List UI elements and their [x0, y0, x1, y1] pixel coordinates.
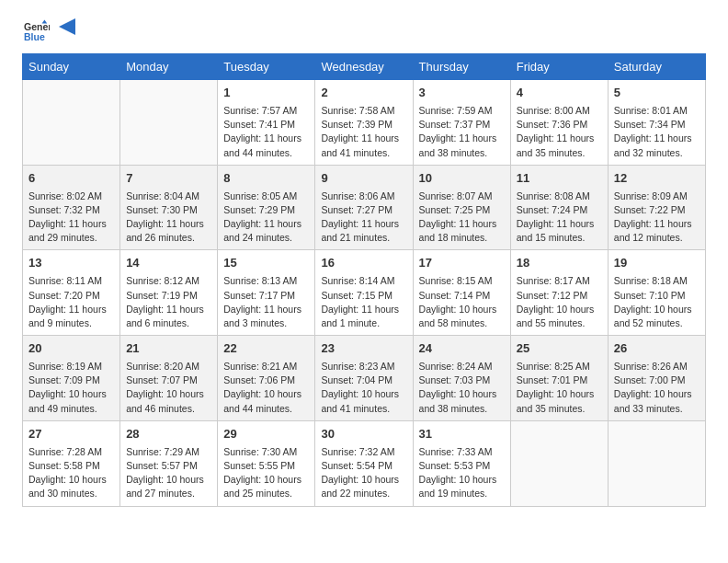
day-info: Sunrise: 7:32 AMSunset: 5:54 PMDaylight:… — [321, 445, 406, 501]
day-number: 3 — [419, 85, 505, 102]
calendar-day-cell: 11Sunrise: 8:08 AMSunset: 7:24 PMDayligh… — [510, 165, 608, 250]
calendar-day-cell — [23, 80, 120, 166]
logo-icon: General Blue — [24, 18, 50, 44]
page-header: General Blue — [22, 18, 706, 44]
logo-arrow-icon — [59, 18, 75, 35]
day-number: 20 — [28, 340, 114, 358]
day-info: Sunrise: 8:12 AMSunset: 7:19 PMDaylight:… — [126, 274, 211, 330]
day-number: 1 — [223, 85, 309, 102]
calendar-day-cell — [608, 420, 705, 506]
calendar-table: SundayMondayTuesdayWednesdayThursdayFrid… — [22, 53, 706, 507]
day-number: 7 — [126, 170, 211, 188]
calendar-day-cell: 24Sunrise: 8:24 AMSunset: 7:03 PMDayligh… — [413, 336, 510, 421]
calendar-header-row: SundayMondayTuesdayWednesdayThursdayFrid… — [23, 54, 706, 80]
calendar-day-cell: 25Sunrise: 8:25 AMSunset: 7:01 PMDayligh… — [510, 336, 608, 421]
calendar-week-row: 20Sunrise: 8:19 AMSunset: 7:09 PMDayligh… — [23, 336, 706, 421]
calendar-day-cell — [510, 420, 608, 506]
day-info: Sunrise: 8:21 AMSunset: 7:06 PMDaylight:… — [223, 360, 309, 416]
weekday-header-sunday: Sunday — [23, 54, 120, 80]
day-info: Sunrise: 8:19 AMSunset: 7:09 PMDaylight:… — [28, 360, 114, 416]
calendar-day-cell: 13Sunrise: 8:11 AMSunset: 7:20 PMDayligh… — [23, 250, 120, 336]
calendar-day-cell: 30Sunrise: 7:32 AMSunset: 5:54 PMDayligh… — [315, 420, 413, 506]
day-number: 4 — [517, 85, 602, 102]
weekday-header-thursday: Thursday — [413, 54, 510, 80]
day-info: Sunrise: 8:08 AMSunset: 7:24 PMDaylight:… — [517, 190, 602, 246]
day-number: 28 — [126, 426, 211, 443]
calendar-day-cell: 2Sunrise: 7:58 AMSunset: 7:39 PMDaylight… — [315, 80, 413, 166]
day-number: 26 — [614, 340, 700, 358]
day-info: Sunrise: 8:23 AMSunset: 7:04 PMDaylight:… — [321, 360, 406, 416]
day-info: Sunrise: 7:29 AMSunset: 5:57 PMDaylight:… — [126, 445, 211, 501]
day-number: 17 — [419, 255, 505, 272]
day-info: Sunrise: 8:01 AMSunset: 7:34 PMDaylight:… — [614, 104, 700, 160]
day-info: Sunrise: 8:20 AMSunset: 7:07 PMDaylight:… — [126, 360, 211, 416]
day-info: Sunrise: 8:07 AMSunset: 7:25 PMDaylight:… — [419, 190, 505, 246]
calendar-day-cell: 18Sunrise: 8:17 AMSunset: 7:12 PMDayligh… — [510, 250, 608, 336]
day-info: Sunrise: 8:04 AMSunset: 7:30 PMDaylight:… — [126, 190, 211, 246]
calendar-day-cell: 1Sunrise: 7:57 AMSunset: 7:41 PMDaylight… — [218, 80, 315, 166]
calendar-day-cell: 21Sunrise: 8:20 AMSunset: 7:07 PMDayligh… — [120, 336, 218, 421]
day-info: Sunrise: 8:18 AMSunset: 7:10 PMDaylight:… — [614, 274, 700, 330]
day-info: Sunrise: 8:09 AMSunset: 7:22 PMDaylight:… — [614, 190, 700, 246]
calendar-day-cell: 4Sunrise: 8:00 AMSunset: 7:36 PMDaylight… — [510, 80, 608, 166]
day-number: 14 — [126, 255, 211, 272]
day-number: 21 — [126, 340, 211, 358]
day-info: Sunrise: 8:15 AMSunset: 7:14 PMDaylight:… — [419, 274, 505, 330]
calendar-day-cell: 15Sunrise: 8:13 AMSunset: 7:17 PMDayligh… — [218, 250, 315, 336]
day-info: Sunrise: 8:25 AMSunset: 7:01 PMDaylight:… — [517, 360, 602, 416]
day-number: 30 — [321, 426, 406, 443]
calendar-day-cell: 27Sunrise: 7:28 AMSunset: 5:58 PMDayligh… — [23, 420, 120, 506]
day-number: 5 — [614, 85, 700, 102]
day-info: Sunrise: 8:02 AMSunset: 7:32 PMDaylight:… — [28, 190, 114, 246]
day-info: Sunrise: 7:57 AMSunset: 7:41 PMDaylight:… — [223, 104, 309, 160]
calendar-day-cell: 6Sunrise: 8:02 AMSunset: 7:32 PMDaylight… — [23, 165, 120, 250]
calendar-day-cell: 29Sunrise: 7:30 AMSunset: 5:55 PMDayligh… — [218, 420, 315, 506]
day-number: 10 — [419, 170, 505, 188]
day-number: 18 — [517, 255, 602, 272]
day-number: 27 — [28, 426, 114, 443]
calendar-day-cell: 16Sunrise: 8:14 AMSunset: 7:15 PMDayligh… — [315, 250, 413, 336]
day-number: 23 — [321, 340, 406, 358]
day-info: Sunrise: 8:13 AMSunset: 7:17 PMDaylight:… — [223, 274, 309, 330]
day-number: 24 — [419, 340, 505, 358]
day-number: 29 — [223, 426, 309, 443]
calendar-day-cell: 22Sunrise: 8:21 AMSunset: 7:06 PMDayligh… — [218, 336, 315, 421]
calendar-day-cell: 14Sunrise: 8:12 AMSunset: 7:19 PMDayligh… — [120, 250, 218, 336]
day-info: Sunrise: 8:11 AMSunset: 7:20 PMDaylight:… — [28, 274, 114, 330]
calendar-week-row: 1Sunrise: 7:57 AMSunset: 7:41 PMDaylight… — [23, 80, 706, 166]
day-info: Sunrise: 8:26 AMSunset: 7:00 PMDaylight:… — [614, 360, 700, 416]
calendar-week-row: 27Sunrise: 7:28 AMSunset: 5:58 PMDayligh… — [23, 420, 706, 506]
day-number: 31 — [419, 426, 505, 443]
calendar-day-cell: 8Sunrise: 8:05 AMSunset: 7:29 PMDaylight… — [218, 165, 315, 250]
weekday-header-friday: Friday — [510, 54, 608, 80]
day-info: Sunrise: 8:06 AMSunset: 7:27 PMDaylight:… — [321, 190, 406, 246]
svg-text:Blue: Blue — [24, 31, 45, 42]
day-info: Sunrise: 8:17 AMSunset: 7:12 PMDaylight:… — [517, 274, 602, 330]
day-number: 15 — [223, 255, 309, 272]
logo: General Blue — [22, 18, 75, 44]
calendar-day-cell: 9Sunrise: 8:06 AMSunset: 7:27 PMDaylight… — [315, 165, 413, 250]
calendar-day-cell: 5Sunrise: 8:01 AMSunset: 7:34 PMDaylight… — [608, 80, 705, 166]
day-info: Sunrise: 8:24 AMSunset: 7:03 PMDaylight:… — [419, 360, 505, 416]
calendar-day-cell: 3Sunrise: 7:59 AMSunset: 7:37 PMDaylight… — [413, 80, 510, 166]
weekday-header-wednesday: Wednesday — [315, 54, 413, 80]
calendar-day-cell: 12Sunrise: 8:09 AMSunset: 7:22 PMDayligh… — [608, 165, 705, 250]
day-number: 16 — [321, 255, 406, 272]
calendar-day-cell: 7Sunrise: 8:04 AMSunset: 7:30 PMDaylight… — [120, 165, 218, 250]
day-info: Sunrise: 8:00 AMSunset: 7:36 PMDaylight:… — [517, 104, 602, 160]
day-number: 19 — [614, 255, 700, 272]
day-number: 22 — [223, 340, 309, 358]
weekday-header-monday: Monday — [120, 54, 218, 80]
day-number: 13 — [28, 255, 114, 272]
weekday-header-saturday: Saturday — [608, 54, 705, 80]
calendar-day-cell: 20Sunrise: 8:19 AMSunset: 7:09 PMDayligh… — [23, 336, 120, 421]
day-number: 9 — [321, 170, 406, 188]
calendar-day-cell: 17Sunrise: 8:15 AMSunset: 7:14 PMDayligh… — [413, 250, 510, 336]
calendar-day-cell: 10Sunrise: 8:07 AMSunset: 7:25 PMDayligh… — [413, 165, 510, 250]
day-number: 8 — [223, 170, 309, 188]
calendar-day-cell: 23Sunrise: 8:23 AMSunset: 7:04 PMDayligh… — [315, 336, 413, 421]
day-number: 11 — [517, 170, 602, 188]
calendar-week-row: 13Sunrise: 8:11 AMSunset: 7:20 PMDayligh… — [23, 250, 706, 336]
day-info: Sunrise: 7:30 AMSunset: 5:55 PMDaylight:… — [223, 445, 309, 501]
calendar-day-cell: 28Sunrise: 7:29 AMSunset: 5:57 PMDayligh… — [120, 420, 218, 506]
